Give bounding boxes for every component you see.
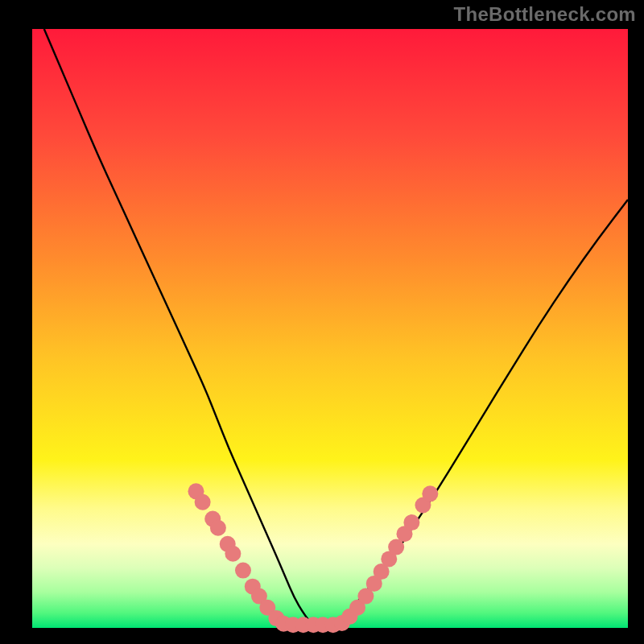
highlight-dot (235, 563, 251, 579)
highlight-dot (225, 546, 241, 562)
highlight-dot (422, 485, 438, 502)
watermark-text: TheBottleneck.com (454, 3, 636, 26)
highlight-dot (195, 494, 211, 510)
chart-stage: TheBottleneck.com (0, 0, 644, 644)
bottleneck-chart (0, 0, 644, 644)
highlight-dot (403, 514, 419, 530)
highlight-dot (210, 520, 226, 536)
gradient-background (32, 29, 628, 628)
